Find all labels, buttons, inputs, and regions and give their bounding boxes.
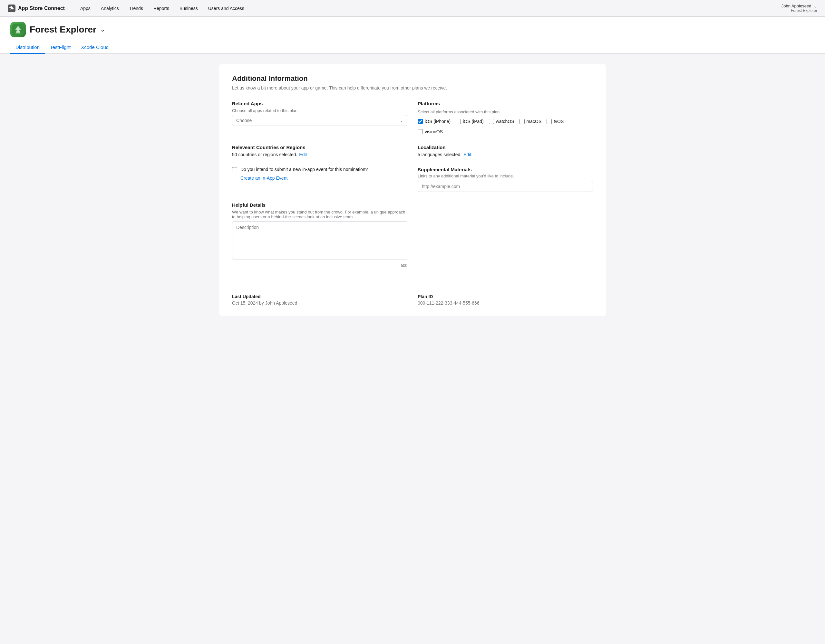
supplemental-input[interactable]: [418, 181, 593, 192]
supplemental-sublabel: Links to any additional material you'd l…: [418, 174, 593, 179]
platform-iphone-label: iOS (iPhone): [425, 119, 451, 124]
last-updated-section: Last Updated Oct 15, 2024 by John Apples…: [232, 294, 407, 305]
countries-row: 50 countries or regions selected. Edit: [232, 152, 407, 157]
app-title-chevron[interactable]: ⌄: [100, 26, 105, 33]
app-header: Forest Explorer ⌄ Distribution TestFligh…: [0, 17, 825, 54]
countries-edit-link[interactable]: Edit: [299, 152, 307, 157]
related-apps-label: Related Apps: [232, 101, 407, 106]
platform-visionos-checkbox[interactable]: [418, 129, 423, 134]
platform-visionos-label: visionOS: [425, 129, 443, 134]
platform-iphone[interactable]: iOS (iPhone): [418, 119, 451, 124]
footer-divider: [232, 281, 593, 281]
nav-link-business[interactable]: Business: [175, 0, 203, 17]
create-in-app-event-link[interactable]: Create an In-App Event: [240, 176, 407, 181]
in-app-event-checkbox[interactable]: [232, 167, 237, 172]
related-apps-select-wrapper: Choose ⌄: [232, 115, 407, 126]
related-apps-sublabel: Choose all apps related to this plan.: [232, 108, 407, 113]
main-content: Additional Information Let us know a bit…: [219, 64, 606, 316]
localization-row: 5 languages selected. Edit: [418, 152, 593, 157]
last-updated-label: Last Updated: [232, 294, 407, 299]
app-title: Forest Explorer: [29, 25, 96, 35]
localization-label: Localization: [418, 145, 593, 150]
helpful-details-group: Helpful Details We want to know what mak…: [232, 202, 407, 268]
char-count: 500: [232, 263, 407, 268]
in-app-event-row: Do you intend to submit a new in-app eve…: [232, 167, 407, 172]
platforms-group: Platforms Select all platforms associate…: [418, 101, 593, 134]
platform-visionos[interactable]: visionOS: [418, 129, 443, 134]
plan-id-label: Plan ID: [418, 294, 593, 299]
tab-xcode-cloud[interactable]: Xcode Cloud: [76, 41, 114, 54]
plan-id-value: 000-111-222-333-444-555-666: [418, 300, 593, 305]
helpful-details-label: Helpful Details: [232, 202, 407, 208]
tab-testflight[interactable]: TestFlight: [45, 41, 76, 54]
countries-group: Releveant Countries or Regions 50 countr…: [232, 145, 407, 192]
plan-id-section: Plan ID 000-111-222-333-444-555-666: [418, 294, 593, 305]
app-store-connect-logo[interactable]: App Store Connect: [8, 5, 65, 12]
platform-watchos[interactable]: watchOS: [489, 119, 514, 124]
nav-link-analytics[interactable]: Analytics: [96, 0, 124, 17]
localization-edit-link[interactable]: Edit: [463, 152, 471, 157]
description-textarea-wrapper: [232, 221, 407, 261]
platform-tvos-checkbox[interactable]: [547, 119, 552, 124]
helpful-details-sublabel: We want to know what makes you stand out…: [232, 210, 407, 219]
nav-links: Apps Analytics Trends Reports Business U…: [75, 0, 782, 17]
platform-macos-label: macOS: [527, 119, 542, 124]
nav-link-reports[interactable]: Reports: [148, 0, 175, 17]
platform-macos[interactable]: macOS: [519, 119, 542, 124]
platform-tvos-label: tvOS: [554, 119, 564, 124]
supplemental-materials-group: Supplemental Materials Links to any addi…: [418, 167, 593, 192]
localization-value: 5 languages selected.: [418, 152, 462, 157]
platform-macos-checkbox[interactable]: [519, 119, 525, 124]
page-description: Let us know a bit more about your app or…: [232, 85, 593, 91]
forest-explorer-icon: [12, 24, 24, 35]
countries-label: Releveant Countries or Regions: [232, 145, 407, 150]
countries-value: 50 countries or regions selected.: [232, 152, 297, 157]
nav-link-trends[interactable]: Trends: [124, 0, 148, 17]
description-textarea[interactable]: [232, 221, 407, 260]
platforms-label: Platforms: [418, 101, 593, 106]
footer-grid: Last Updated Oct 15, 2024 by John Apples…: [232, 294, 593, 305]
platform-watchos-checkbox[interactable]: [489, 119, 494, 124]
related-apps-group: Related Apps Choose all apps related to …: [232, 101, 407, 134]
platforms-sublabel: Select all platforms associated with thi…: [418, 109, 593, 114]
platform-iphone-checkbox[interactable]: [418, 119, 423, 124]
logo-text: App Store Connect: [18, 6, 65, 11]
platform-ipad-checkbox[interactable]: [456, 119, 461, 124]
user-menu[interactable]: John Appleseed ⌄ Forest Explorer: [782, 3, 817, 13]
platform-checkboxes: iOS (iPhone) iOS (iPad) watchOS macOS tv…: [418, 119, 593, 134]
user-name: John Appleseed ⌄: [782, 3, 817, 8]
app-icon: [10, 22, 26, 37]
platform-ipad-label: iOS (iPad): [463, 119, 484, 124]
last-updated-value: Oct 15, 2024 by John Appleseed: [232, 300, 407, 305]
logo-icon: [8, 5, 15, 12]
page-title: Additional Information: [232, 74, 593, 83]
navigation: App Store Connect Apps Analytics Trends …: [0, 0, 825, 17]
localization-group: Localization 5 languages selected. Edit …: [418, 145, 593, 192]
nav-link-apps[interactable]: Apps: [75, 0, 96, 17]
tab-distribution[interactable]: Distribution: [10, 41, 45, 54]
platform-ipad[interactable]: iOS (iPad): [456, 119, 484, 124]
in-app-event-label: Do you intend to submit a new in-app eve…: [240, 167, 368, 172]
user-chevron-icon: ⌄: [814, 3, 817, 8]
platform-tvos[interactable]: tvOS: [547, 119, 564, 124]
supplemental-label: Supplemental Materials: [418, 167, 472, 172]
user-app-name: Forest Explorer: [791, 8, 817, 13]
related-apps-select[interactable]: Choose: [232, 115, 407, 126]
form-grid: Related Apps Choose all apps related to …: [232, 101, 593, 268]
platform-watchos-label: watchOS: [496, 119, 514, 124]
nav-link-users[interactable]: Users and Access: [203, 0, 249, 17]
app-tabs: Distribution TestFlight Xcode Cloud: [10, 41, 815, 54]
